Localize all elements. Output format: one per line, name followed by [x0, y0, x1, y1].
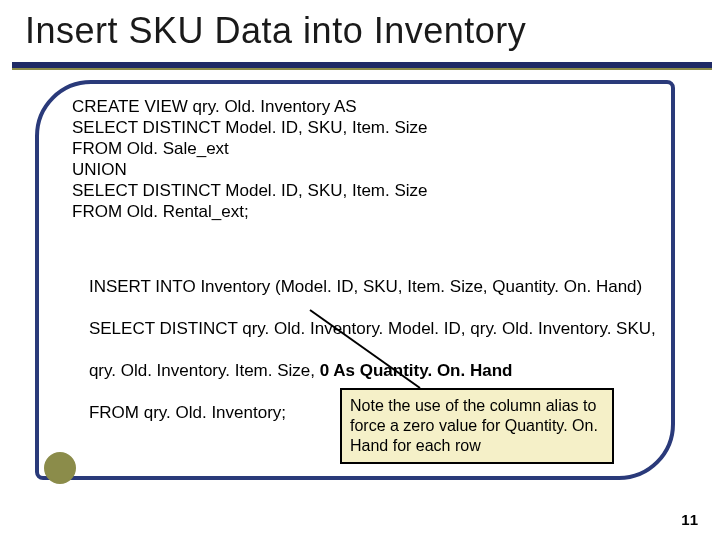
sql-line-3-prefix: qry. Old. Inventory. Item. Size,: [89, 361, 320, 380]
accent-circle: [44, 452, 76, 484]
page-number: 11: [681, 511, 698, 528]
sql-line-4: FROM qry. Old. Inventory;: [89, 403, 286, 422]
annotation-note: Note the use of the column alias to forc…: [340, 388, 614, 464]
title-underline-olive: [12, 68, 712, 70]
sql-line-2: SELECT DISTINCT qry. Old. Inventory. Mod…: [89, 319, 656, 338]
sql-line-1: INSERT INTO Inventory (Model. ID, SKU, I…: [89, 277, 642, 296]
sql-create-view: CREATE VIEW qry. Old. Inventory AS SELEC…: [72, 96, 428, 222]
slide: Insert SKU Data into Inventory CREATE VI…: [0, 0, 720, 540]
slide-title: Insert SKU Data into Inventory: [25, 10, 526, 52]
sql-line-3-bold: 0 As Quantity. On. Hand: [320, 361, 513, 380]
